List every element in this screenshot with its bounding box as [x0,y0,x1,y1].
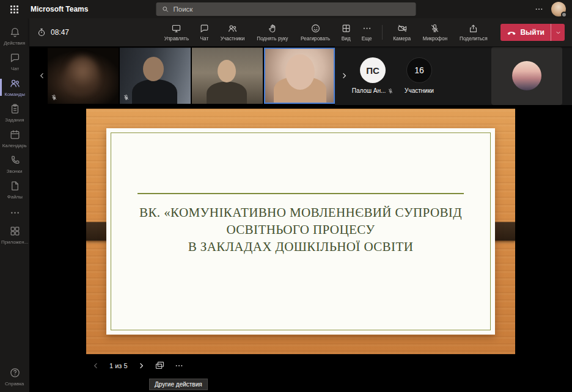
teams-people-icon [9,78,21,89]
raised-hand-icon [268,23,278,34]
video-tile-participant-3[interactable] [192,48,263,104]
sidebar-item-label: Действия [4,40,26,46]
presentation-slide: ВК. «КОМУНІКАТИВНО МОВЛЕННЄВИЙ СУПРОВІД … [106,128,495,335]
tooltip: Другие действия [149,379,208,390]
video-tile-participant-1[interactable] [48,48,119,104]
search-icon [162,5,169,13]
participants-panel: ПС Палош Ан... 16 Участники [335,46,572,105]
sidebar-item-calls[interactable]: Звонки [0,151,29,177]
people-icon [227,23,238,34]
sidebar-item-calendar[interactable]: Календарь [0,126,29,151]
chat-bubble-icon [199,23,210,34]
sidebar-item-label: Файлы [7,194,22,200]
participant-name-row: Палош Ан... [352,87,394,94]
titlebar-more-icon[interactable] [534,4,544,14]
slide-title-line: ОСВІТНЬОГО ПРОЦЕСУ [139,221,462,238]
mic-off-icon [123,94,130,101]
layout-grid-icon [341,23,351,34]
search-input[interactable]: Поиск [156,2,416,16]
hangup-icon [507,27,516,37]
sidebar-item-assignments[interactable]: Задания [0,100,29,126]
question-mark-icon [9,367,21,379]
leave-options-button[interactable] [551,24,565,41]
self-video-tile[interactable] [491,47,562,105]
meeting-toolbar: 08:47 Управлять Чат Участники Подня [29,18,572,46]
sidebar-item-label: Справка [5,381,24,387]
timer-icon [37,27,46,37]
meeting-timer-value: 08:47 [51,28,69,37]
button-label: Поделиться [460,35,488,41]
chat-bubble-icon [9,52,21,64]
ellipsis-icon [9,207,21,219]
slide-title-line: В ЗАКЛАДАХ ДОШКІЛЬНОЇ ОСВІТИ [139,238,462,255]
raise-hand-button[interactable]: Поднять руку [251,18,295,46]
sidebar-item-help[interactable]: Справка [0,364,29,390]
sidebar-item-label: Звонки [7,169,23,174]
sidebar-item-label: Приложен... [1,239,28,245]
camera-toggle-button[interactable]: Камера [387,18,416,46]
profile-avatar[interactable] [551,2,566,16]
sidebar-item-teams[interactable]: Команды [0,74,29,100]
participants-count-label: Участники [405,87,434,94]
leave-button[interactable]: Выйти [501,24,551,41]
app-title: Microsoft Teams [31,5,88,13]
react-button[interactable]: Реагировать [295,18,336,46]
toolbar-divider [382,25,383,40]
meeting-main: 08:47 Управлять Чат Участники Подня [29,18,572,392]
smiley-icon [310,23,321,34]
mic-off-icon [387,88,394,94]
bell-icon [9,26,21,38]
slide-border-frame: ВК. «КОМУНІКАТИВНО МОВЛЕННЄВИЙ СУПРОВІД … [111,132,491,330]
teams-app-window: Microsoft Teams Поиск Действия Чат [0,0,572,392]
participant-avatar-group: ПС Палош Ан... [350,57,396,94]
waffle-icon [10,5,18,13]
mic-toggle-button[interactable]: Микрофон [417,18,453,46]
slide-gallery-icon[interactable] [155,360,165,371]
sidebar-item-label: Календарь [2,143,27,148]
clipboard-icon [9,103,21,115]
presence-indicator [561,12,567,18]
participant-name: Палош Ан... [352,87,386,94]
manage-button[interactable]: Управлять [158,18,195,46]
meeting-timer: 08:47 [37,27,69,37]
share-screen-icon [468,23,479,34]
sidebar-item-label: Задания [5,117,24,123]
monitor-icon [171,23,182,34]
strip-scroll-left-button[interactable] [37,71,48,80]
next-slide-icon[interactable] [137,361,145,370]
participants-button[interactable]: Участники [215,18,251,46]
strip-scroll-right-button[interactable] [339,71,350,80]
button-label: Управлять [164,35,188,41]
app-sidebar: Действия Чат Команды Задания Календарь З… [0,18,29,392]
participants-count-badge[interactable]: 16 [406,57,432,83]
button-label: Микрофон [423,35,447,41]
participant-avatar[interactable]: ПС [360,57,386,83]
ellipsis-icon [362,23,372,34]
button-label: Вид [342,35,351,41]
leave-button-group: Выйти [501,24,565,41]
share-button[interactable]: Поделиться [453,18,494,46]
video-tile-active-speaker[interactable] [264,48,335,104]
chat-button[interactable]: Чат [194,18,215,46]
slide-more-actions-icon[interactable] [174,361,184,371]
sidebar-item-more[interactable] [0,203,29,222]
sidebar-item-apps[interactable]: Приложен... [0,222,29,248]
view-button[interactable]: Вид [336,18,356,46]
chevron-down-icon [555,29,562,36]
leave-label: Выйти [520,28,544,37]
video-strip: ПС Палош Ан... 16 Участники [29,46,572,105]
chevron-left-icon [38,71,46,80]
self-avatar [512,61,541,90]
button-label: Участники [221,35,245,41]
slide-navigation: 1 из 5 [92,360,184,371]
video-tile-participant-2[interactable] [120,48,191,104]
app-launcher-button[interactable] [0,0,28,18]
button-label: Чат [200,35,209,41]
sidebar-item-files[interactable]: Файлы [0,177,29,203]
sidebar-item-chat[interactable]: Чат [0,49,29,74]
video-tiles [48,48,335,104]
more-actions-button[interactable]: Еще [356,18,377,46]
sidebar-item-activity[interactable]: Действия [0,23,29,49]
sidebar-item-label: Команды [4,92,25,97]
previous-slide-icon[interactable] [92,361,100,370]
